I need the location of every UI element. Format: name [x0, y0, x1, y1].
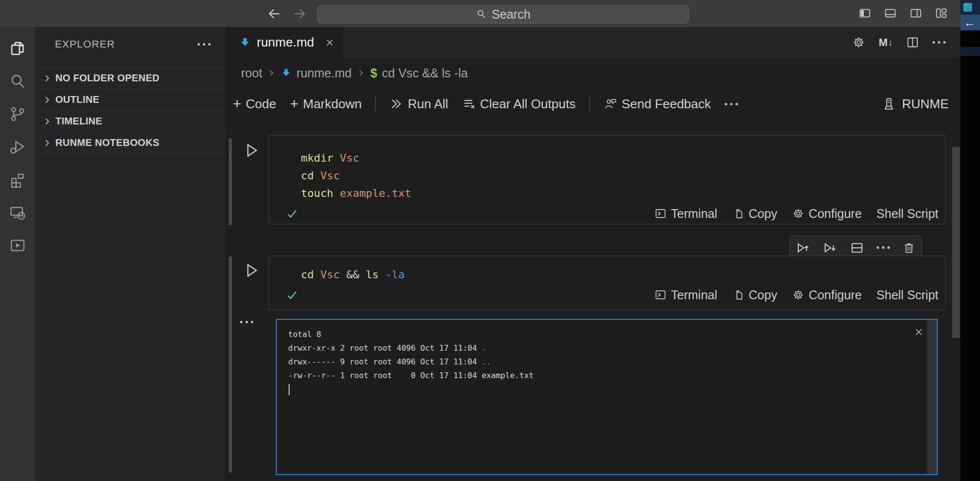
output-scrollbar[interactable] [927, 320, 937, 474]
background-window: ← [960, 0, 980, 481]
toggle-secondary-sidebar-icon[interactable] [909, 7, 922, 20]
add-markdown-button[interactable]: +Markdown [290, 96, 362, 112]
breadcrumb-file[interactable]: runme.md [296, 66, 352, 80]
section-label: OUTLINE [55, 94, 99, 105]
chevron-right-icon [357, 69, 366, 77]
more-icon[interactable] [725, 103, 738, 105]
play-bug-icon [9, 138, 26, 156]
sidebar-item-run-and-debug[interactable] [0, 130, 35, 163]
cell-language-button[interactable]: Shell Script [877, 207, 938, 221]
output-menu-icon[interactable] [240, 321, 253, 323]
breadcrumb-prompt: $ [370, 66, 377, 80]
breadcrumb-root[interactable]: root [241, 66, 262, 80]
editor-actions: M↓ [852, 27, 946, 58]
copy-button[interactable]: Copy [732, 207, 777, 221]
run-cell-button[interactable] [245, 263, 259, 280]
sidebar-item-source-control[interactable] [0, 97, 35, 130]
background-window-navbar: ← [960, 15, 980, 30]
add-code-button[interactable]: +Code [233, 96, 276, 112]
more-icon[interactable] [932, 41, 946, 44]
run-cell-icon [245, 143, 259, 158]
editor-group: runme.md M↓ root runme.md $ cd Vsc && ls… [225, 27, 960, 481]
cell-language-button[interactable]: Shell Script [877, 288, 938, 302]
tab-runme-md[interactable]: runme.md [225, 27, 343, 58]
toggle-sidebar-icon[interactable] [858, 7, 871, 20]
sidebar-item-extensions[interactable] [0, 163, 35, 196]
section-label: NO FOLDER OPENED [55, 72, 160, 84]
chevron-right-icon [267, 69, 276, 77]
breadcrumb-command[interactable]: cd Vsc && ls -la [382, 66, 468, 80]
back-button[interactable] [267, 6, 282, 21]
more-icon[interactable] [877, 246, 890, 249]
copy-icon [732, 289, 745, 301]
layout-controls [858, 7, 948, 20]
cell-output-terminal[interactable]: total 8drwxr-xr-x 2 root root 4096 Oct 1… [276, 319, 938, 475]
sidebar-sections: NO FOLDER OPENED OUTLINE TIMELINE RUNME … [35, 67, 225, 154]
runme-file-icon [239, 37, 251, 48]
send-feedback-button[interactable]: Send Feedback [604, 96, 711, 112]
code-cell-1[interactable]: mkdir Vsccd Vsctouch example.txt Termina… [269, 135, 946, 224]
section-label: RUNME NOTEBOOKS [55, 137, 159, 148]
forward-icon [292, 6, 307, 21]
cell-code[interactable]: mkdir Vsccd Vsctouch example.txt [269, 136, 945, 202]
forward-button[interactable] [292, 6, 307, 21]
close-icon[interactable] [324, 37, 335, 48]
customize-layout-icon[interactable] [935, 7, 948, 20]
chevron-right-icon [41, 72, 53, 84]
monitor-connect-icon [9, 204, 26, 221]
blocks-icon [9, 171, 26, 189]
sidebar-more-icon[interactable] [197, 43, 211, 46]
notebook-toolbar: +Code +Markdown Run All Clear All Output… [225, 90, 960, 118]
terminal-icon [654, 289, 667, 301]
run-cell-button[interactable] [245, 143, 259, 160]
toggle-panel-icon[interactable] [884, 7, 897, 20]
cell-focus-indicator[interactable] [229, 256, 232, 473]
close-output-icon[interactable] [913, 327, 924, 337]
background-window-strip [960, 47, 980, 56]
gear-icon [792, 207, 805, 220]
toolbar-divider [375, 96, 376, 111]
clear-all-outputs-button[interactable]: Clear All Outputs [462, 96, 576, 112]
terminal-button[interactable]: Terminal [654, 207, 717, 221]
split-editor-icon[interactable] [906, 36, 919, 49]
terminal-button[interactable]: Terminal [654, 288, 717, 302]
gear-icon[interactable] [852, 36, 865, 49]
plus-icon: + [233, 96, 242, 111]
terminal-label: Terminal [671, 288, 717, 302]
configure-button[interactable]: Configure [792, 207, 861, 221]
run-below-icon[interactable] [823, 240, 837, 255]
runme-brand[interactable]: RUNME [882, 90, 949, 118]
gear-icon [792, 289, 805, 301]
cell-focus-indicator[interactable] [229, 138, 232, 225]
code-cell-2[interactable]: cd Vsc && ls -la Terminal Copy Configure… [269, 256, 946, 310]
screen: ← Search [0, 0, 980, 481]
vscode-window: Search [0, 0, 960, 481]
run-above-icon[interactable] [796, 240, 810, 255]
markdown-preview-icon[interactable]: M↓ [879, 36, 893, 49]
configure-button[interactable]: Configure [792, 288, 861, 302]
cell-code[interactable]: cd Vsc && ls -la [269, 256, 945, 284]
sidebar-section-runme-notebooks[interactable]: RUNME NOTEBOOKS [35, 132, 225, 154]
sidebar-section-outline[interactable]: OUTLINE [35, 89, 225, 110]
run-all-button[interactable]: Run All [390, 96, 448, 112]
copy-icon [732, 207, 745, 220]
sidebar-section-timeline[interactable]: TIMELINE [35, 110, 225, 132]
cell-status-bar: Terminal Copy Configure Shell Script [269, 284, 945, 306]
success-check-icon [286, 289, 298, 301]
sidebar-item-search[interactable] [0, 65, 35, 97]
sidebar-item-explorer[interactable] [0, 32, 35, 65]
sidebar-item-remote-explorer[interactable] [0, 196, 35, 229]
search-icon [475, 8, 487, 20]
terminal-icon [654, 207, 667, 220]
sidebar-item-runme-notebooks[interactable] [0, 229, 35, 262]
editor-scrollbar[interactable] [952, 147, 960, 338]
split-cell-icon[interactable] [850, 240, 864, 255]
copy-button[interactable]: Copy [732, 288, 777, 302]
chevron-right-icon [41, 94, 53, 106]
back-icon [267, 6, 282, 21]
tab-label: runme.md [257, 35, 318, 50]
command-center-search[interactable]: Search [317, 5, 689, 24]
sidebar-section-no-folder-opened[interactable]: NO FOLDER OPENED [35, 67, 225, 89]
trash-icon[interactable] [902, 241, 916, 255]
play-square-icon [9, 237, 26, 254]
